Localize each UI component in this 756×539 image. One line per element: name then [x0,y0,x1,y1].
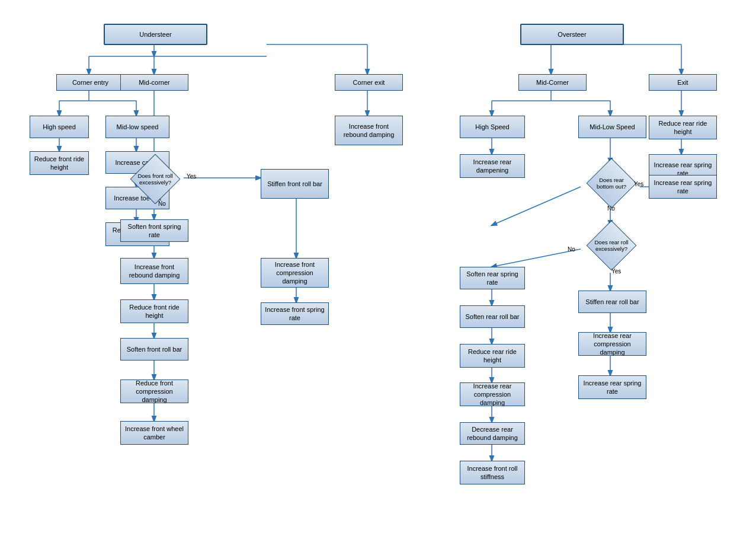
front-roll-no-label: No [158,200,166,207]
increase-rear-spring-exit-2-node: Increase rear spring rate [649,175,717,199]
oversteer-high-speed-node: High Speed [460,116,525,138]
decrease-rear-rebound-node: Decrease rear rebound damping [460,422,525,445]
oversteer-mid-corner-node: Mid-Corner [518,74,587,91]
oversteer-exit-node: Exit [649,74,717,91]
diagram-container: Understeer Corner entry Mid-corner Corne… [0,0,756,539]
does-rear-roll-label: Does rear roll excessively? [591,225,632,266]
reduce-rear-ride-height-node: Reduce rear ride height [460,344,525,368]
does-rear-roll-diamond-wrapper: Does rear roll excessively? [591,225,632,266]
increase-front-roll-stiffness-node: Increase front roll stiffness [460,461,525,484]
reduce-front-ride-height-3: Reduce front ride height [120,299,188,323]
increase-rear-spring-2-node: Increase rear spring rate [578,375,646,399]
does-front-roll-diamond-wrapper: Does front roll excessively? [135,159,175,199]
high-speed-node: High speed [30,116,89,138]
increase-front-wheel-camber-node: Increase front wheel camber [120,421,188,445]
flowchart: Understeer Corner entry Mid-corner Corne… [12,12,744,528]
increase-front-rebound-corner-exit: Increase front rebound damping [335,116,403,145]
reduce-front-ride-height-1: Reduce front ride height [30,151,89,175]
does-rear-bottom-diamond-wrapper: Does rear bottom out? [591,163,632,203]
does-front-roll-label: Does front roll excessively? [135,159,175,199]
corner-exit-node: Corner exit [335,74,403,91]
soften-front-roll-bar-node: Soften front roll bar [120,338,188,361]
oversteer-mid-low-speed-node: Mid-Low Speed [578,116,646,138]
soften-rear-spring-node: Soften rear spring rate [460,267,525,289]
soften-front-spring-node: Soften front spring rate [120,219,188,242]
understeer-title: Understeer [104,24,207,45]
increase-front-rebound-mid: Increase front rebound damping [120,258,188,284]
mid-corner-node: Mid-corner [120,74,188,91]
corner-entry-node: Corner entry [56,74,124,91]
reduce-front-compression-node: Reduce front compression damping [120,379,188,403]
increase-rear-compression-2-node: Increase rear compression damping [578,332,646,356]
increase-rear-dampening-node: Increase rear dampening [460,154,525,178]
oversteer-title: Oversteer [520,24,624,45]
stiffen-rear-roll-bar-node: Stiffen rear roll bar [578,291,646,313]
rear-roll-yes-label: Yes [611,268,621,275]
rear-roll-no-label: No [568,246,575,253]
stiffen-front-roll-node: Stiffen front roll bar [261,169,329,199]
front-roll-yes-label: Yes [187,173,196,180]
rear-bottom-no-label: No [607,205,615,212]
mid-low-speed-node: Mid-low speed [105,116,169,138]
reduce-rear-ride-height-exit-node: Reduce rear ride height [649,116,717,139]
does-rear-bottom-label: Does rear bottom out? [591,163,632,203]
increase-rear-compression-node: Increase rear compression damping [460,382,525,406]
rear-bottom-yes-label: Yes [634,181,643,187]
increase-front-spring-node: Increase front spring rate [261,302,329,325]
soften-rear-roll-bar-node: Soften rear roll bar [460,305,525,328]
svg-line-34 [492,187,581,225]
increase-front-compression-node: Increase front compression damping [261,258,329,288]
